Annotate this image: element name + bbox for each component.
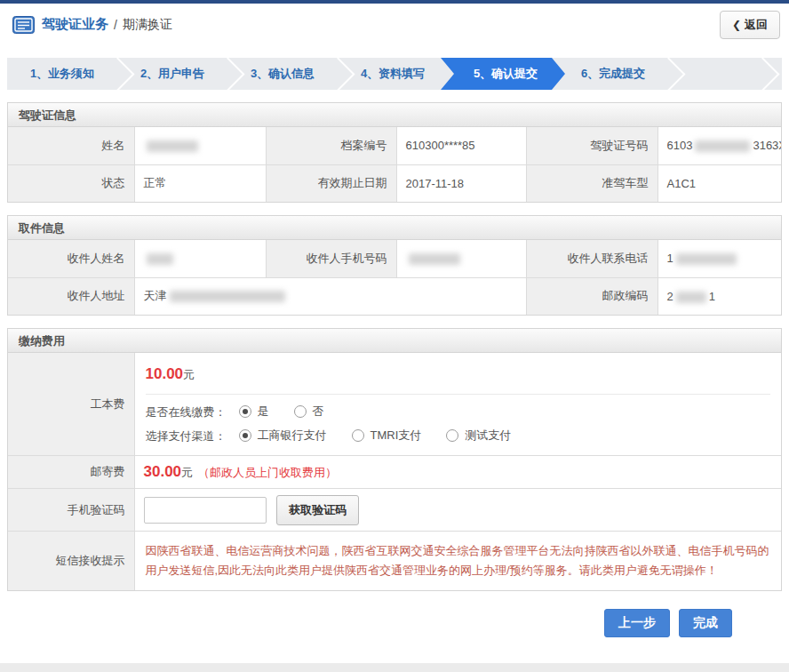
back-chevron-icon: ❮ xyxy=(732,19,741,31)
pay-channel-option-label: 工商银行支付 xyxy=(258,428,327,444)
postage-amount: 30.00 xyxy=(144,463,182,480)
redacted-license-no xyxy=(695,140,750,152)
redacted-phone xyxy=(676,253,737,265)
online-pay-option-label: 是 xyxy=(258,404,269,420)
step-tab-3[interactable]: 3、确认信息 xyxy=(227,58,338,90)
captcha-input[interactable] xyxy=(144,497,267,524)
license-no-prefix: 6103 xyxy=(667,139,693,152)
bottom-strip xyxy=(0,663,789,672)
license-no-value: 61033163X xyxy=(658,127,781,164)
online-pay-radio-icon[interactable] xyxy=(294,405,307,418)
postage-note: （邮政人员上门收取费用） xyxy=(198,466,337,479)
phone-label: 收件人联系电话 xyxy=(526,240,658,277)
phone-value: 1 xyxy=(658,240,781,277)
step-tab-4[interactable]: 4、资料填写 xyxy=(338,58,448,90)
address-prefix: 天津 xyxy=(144,289,167,302)
payment-section: 缴纳费用 工本费 10.00元 是否在线缴费： 是否 选择支付渠道： xyxy=(7,328,782,591)
fee-amount-line: 10.00元 xyxy=(146,362,771,395)
pay-channel-radio-icon[interactable] xyxy=(352,429,364,442)
step-tab-1[interactable]: 1、业务须知 xyxy=(7,58,117,90)
step-bar-filler xyxy=(668,58,782,90)
sms-notice-label: 短信接收提示 xyxy=(8,532,134,590)
postage-unit: 元 xyxy=(181,466,193,479)
expiry-label: 有效期止日期 xyxy=(266,164,396,202)
pay-channel-option-label: TMRI支付 xyxy=(371,428,422,444)
pay-channel-option-label: 测试支付 xyxy=(465,428,511,444)
footer-actions: 上一步 完成 xyxy=(7,591,782,652)
pickup-info-table: 收件人姓名 收件人手机号码 收件人联系电话 1 收件人地址 天津 邮政编码 21 xyxy=(8,240,781,315)
payment-table: 工本费 10.00元 是否在线缴费： 是否 选择支付渠道： 工商银行支付TMRI… xyxy=(8,353,781,590)
phone-prefix: 1 xyxy=(667,252,673,265)
online-pay-radio-icon[interactable] xyxy=(239,405,251,418)
class-label: 准驾车型 xyxy=(526,164,658,202)
breadcrumb-separator: / xyxy=(114,18,117,32)
status-value: 正常 xyxy=(134,164,266,202)
pay-channel-option-2[interactable]: TMRI支付 xyxy=(352,428,422,444)
class-value: A1C1 xyxy=(658,164,781,202)
pay-channel-radio-icon[interactable] xyxy=(239,429,251,442)
back-label: 返回 xyxy=(745,18,768,31)
zip-label: 邮政编码 xyxy=(526,277,658,315)
address-value: 天津 xyxy=(134,277,526,315)
table-row: 收件人姓名 收件人手机号码 收件人联系电话 1 xyxy=(8,240,781,277)
table-row: 工本费 10.00元 是否在线缴费： 是否 选择支付渠道： 工商银行支付TMRI… xyxy=(8,353,781,456)
online-pay-question: 是否在线缴费： 是否 xyxy=(146,404,771,420)
page-title: 驾驶证业务 xyxy=(42,16,108,33)
online-pay-option-2[interactable]: 否 xyxy=(294,404,324,420)
table-row: 收件人地址 天津 邮政编码 21 xyxy=(8,277,781,315)
address-label: 收件人地址 xyxy=(8,277,134,315)
table-row: 邮寄费 30.00元（邮政人员上门收取费用） xyxy=(8,456,781,489)
license-section-title: 驾驶证信息 xyxy=(8,103,781,127)
file-no-label: 档案编号 xyxy=(266,127,396,164)
step-tab-2[interactable]: 2、用户申告 xyxy=(117,58,227,90)
channel-options: 工商银行支付TMRI支付测试支付 xyxy=(239,428,537,444)
status-label: 状态 xyxy=(8,164,134,202)
main-content: 1、业务须知2、用户申告3、确认信息4、资料填写5、确认提交6、完成提交 驾驶证… xyxy=(0,58,789,652)
postage-cell: 30.00元（邮政人员上门收取费用） xyxy=(134,456,781,489)
name-value xyxy=(134,127,266,164)
step-tab-5[interactable]: 5、确认提交 xyxy=(441,58,565,90)
license-no-suffix: 3163X xyxy=(753,139,781,152)
fee-label: 工本费 xyxy=(8,353,134,456)
pickup-info-section: 取件信息 收件人姓名 收件人手机号码 收件人联系电话 1 收件人地址 天津 邮政… xyxy=(7,215,782,316)
fee-unit: 元 xyxy=(183,368,195,381)
file-no-value: 610300****85 xyxy=(396,127,526,164)
redacted-recipient xyxy=(147,253,173,265)
fee-cell: 10.00元 是否在线缴费： 是否 选择支付渠道： 工商银行支付TMRI支付测试… xyxy=(134,353,781,456)
back-button[interactable]: ❮返回 xyxy=(720,11,780,39)
channel-question: 选择支付渠道： 工商银行支付TMRI支付测试支付 xyxy=(146,428,771,444)
page-header: 驾驶证业务 / 期满换证 ❮返回 xyxy=(0,4,789,45)
license-no-label: 驾驶证号码 xyxy=(526,127,658,164)
online-pay-option-label: 否 xyxy=(313,404,324,420)
pay-channel-option-3[interactable]: 测试支付 xyxy=(446,428,511,444)
step-tab-6[interactable]: 6、完成提交 xyxy=(558,58,668,90)
finish-button[interactable]: 完成 xyxy=(679,609,732,637)
postage-label: 邮寄费 xyxy=(8,456,134,489)
zip-value: 21 xyxy=(658,277,781,315)
page: 驾驶证业务 / 期满换证 ❮返回 1、业务须知2、用户申告3、确认信息4、资料填… xyxy=(0,0,789,663)
online-pay-option-1[interactable]: 是 xyxy=(239,404,269,420)
pay-channel-radio-icon[interactable] xyxy=(446,429,458,442)
sms-notice-text: 因陕西省联通、电信运营商技术问题，陕西省互联网交通安全综合服务管理平台无法向持陕… xyxy=(134,532,781,590)
previous-step-button[interactable]: 上一步 xyxy=(604,609,670,637)
pay-channel-option-1[interactable]: 工商银行支付 xyxy=(239,428,327,444)
redacted-address xyxy=(170,291,285,302)
fee-amount: 10.00 xyxy=(146,365,184,382)
recipient-label: 收件人姓名 xyxy=(8,240,134,277)
payment-section-title: 缴纳费用 xyxy=(8,329,781,353)
license-form-icon xyxy=(12,16,35,34)
mobile-label: 收件人手机号码 xyxy=(266,240,396,277)
channel-label: 选择支付渠道： xyxy=(146,428,227,444)
expiry-value: 2017-11-18 xyxy=(396,164,526,202)
page-subtitle: 期满换证 xyxy=(123,17,172,33)
table-row: 手机验证码 获取验证码 xyxy=(8,489,781,532)
online-pay-label: 是否在线缴费： xyxy=(146,404,227,420)
name-label: 姓名 xyxy=(8,127,134,164)
online-pay-options: 是否 xyxy=(239,404,349,420)
redacted-zip xyxy=(676,292,706,303)
table-row: 状态 正常 有效期止日期 2017-11-18 准驾车型 A1C1 xyxy=(8,164,781,202)
table-row: 短信接收提示 因陕西省联通、电信运营商技术问题，陕西省互联网交通安全综合服务管理… xyxy=(8,532,781,590)
table-row: 姓名 档案编号 610300****85 驾驶证号码 61033163X xyxy=(8,127,781,164)
get-captcha-button[interactable]: 获取验证码 xyxy=(276,495,359,525)
recipient-value xyxy=(134,240,266,277)
